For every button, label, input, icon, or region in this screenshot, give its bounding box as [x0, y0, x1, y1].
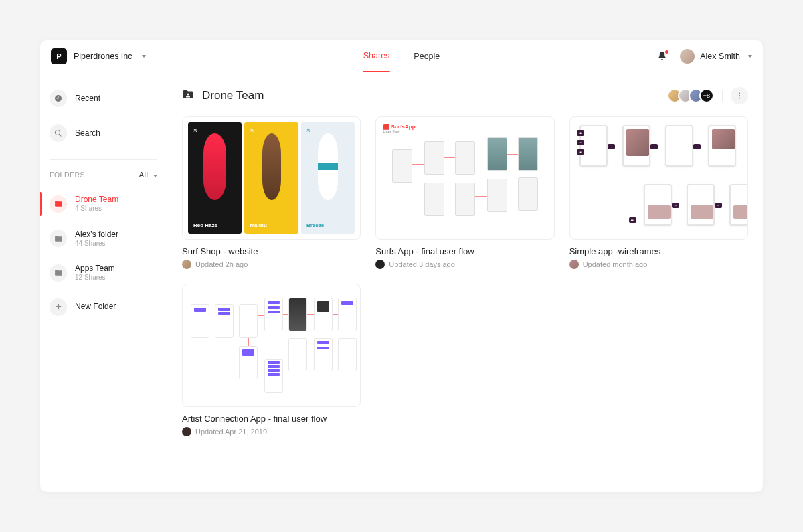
folders-header-label: FOLDERS [50, 171, 85, 179]
clock-icon [50, 90, 67, 107]
notification-dot [665, 50, 668, 54]
folder-icon [50, 264, 67, 282]
thumb-logo: 🟥 SurfsApp [383, 124, 547, 130]
folders-header: FOLDERS All [50, 171, 157, 179]
folder-sub: 4 Shares [75, 205, 118, 213]
thumb-badge: S [193, 128, 197, 134]
thumb-label: Red Haze [193, 222, 217, 228]
sidebar: Recent Search FOLDERS All [40, 72, 167, 492]
svg-point-0 [739, 93, 740, 94]
folder-name: Drone Team [75, 195, 118, 205]
project-thumbnail[interactable]: 🟥 SurfsApp User flow [375, 116, 554, 240]
org-logo: P [51, 48, 67, 64]
page-title-text: Drone Team [202, 89, 264, 102]
thumb-label: Breeze [306, 222, 324, 228]
sidebar-recent[interactable]: Recent [50, 86, 157, 111]
search-icon [50, 124, 67, 142]
project-card: ••• ••• ••• → → → → → ••• Simple app -wi… [569, 116, 748, 269]
chevron-down-icon [748, 55, 752, 58]
folder-icon [50, 230, 67, 247]
project-meta: Updated 3 days ago [389, 260, 454, 268]
user-menu[interactable]: Alex Smith [680, 49, 752, 64]
project-card: 🟥 SurfsApp User flow [375, 116, 554, 269]
project-thumbnail[interactable]: ••• ••• ••• → → → → → ••• [569, 116, 748, 240]
folder-name: Alex's folder [75, 230, 118, 240]
new-folder-label: New Folder [75, 302, 116, 312]
org-switcher[interactable]: P Piperdrones Inc [51, 48, 146, 64]
plus-icon [50, 298, 67, 316]
project-meta: Updated 2h ago [195, 260, 248, 268]
avatar [182, 260, 191, 269]
folder-item-alexs-folder[interactable]: Alex's folder 44 Shares [50, 224, 157, 254]
new-folder-button[interactable]: New Folder [50, 293, 157, 321]
tab-shares[interactable]: Shares [363, 40, 390, 72]
svg-point-1 [739, 95, 740, 96]
project-card: SRed Haze SMalibu SBreeze Surf Shop - we… [182, 116, 361, 269]
folder-person-icon [182, 88, 194, 103]
thumb-badge: S [250, 128, 253, 134]
member-avatars[interactable]: +8 [667, 88, 714, 103]
org-name: Piperdrones Inc [74, 52, 132, 61]
sidebar-search-label: Search [75, 128, 100, 138]
project-title[interactable]: Artist Connection App - final user flow [182, 414, 361, 424]
folder-name: Apps Team [75, 264, 115, 274]
chevron-down-icon [153, 175, 157, 177]
folder-item-drone-team[interactable]: Drone Team 4 Shares [50, 189, 157, 219]
tab-people[interactable]: People [414, 40, 440, 72]
project-meta: Updated Apr 21, 2019 [195, 428, 267, 436]
nav-tabs: Shares People [363, 40, 440, 72]
main-content: Drone Team +8 [167, 72, 763, 492]
avatar [375, 260, 385, 269]
thumb-sub: User flow [383, 130, 547, 134]
thumb-label: Malibu [250, 222, 266, 228]
folder-sub: 12 Shares [75, 274, 115, 282]
more-options-button[interactable] [731, 87, 748, 104]
folder-item-apps-team[interactable]: Apps Team 12 Shares [50, 258, 157, 288]
avatar [569, 260, 579, 269]
chevron-down-icon [142, 55, 146, 58]
svg-point-2 [739, 98, 740, 99]
topbar: P Piperdrones Inc Shares People Alex Smi… [40, 40, 763, 72]
project-title[interactable]: Simple app -wireframes [569, 246, 748, 256]
project-card: Artist Connection App - final user flow … [182, 284, 361, 436]
project-thumbnail[interactable]: SRed Haze SMalibu SBreeze [182, 116, 361, 240]
project-title[interactable]: Surf Shop - website [182, 246, 361, 256]
divider [722, 90, 723, 102]
notifications-button[interactable] [657, 51, 668, 62]
avatar-more-count: +8 [699, 88, 714, 103]
project-meta: Updated month ago [583, 260, 648, 268]
page-title: Drone Team [182, 88, 264, 103]
thumb-badge: S [306, 128, 310, 134]
avatar [182, 427, 191, 436]
sidebar-recent-label: Recent [75, 94, 100, 103]
folder-icon [50, 195, 67, 213]
sidebar-search[interactable]: Search [50, 120, 157, 146]
dots-vertical-icon [735, 92, 743, 100]
folder-sub: 44 Shares [75, 240, 118, 248]
folders-filter[interactable]: All [139, 171, 157, 179]
divider [50, 159, 157, 160]
folders-filter-label: All [139, 171, 149, 179]
project-thumbnail[interactable] [182, 284, 361, 407]
avatar [680, 49, 695, 64]
project-title[interactable]: Surfs App - final user flow [375, 246, 554, 256]
user-name: Alex Smith [700, 52, 740, 61]
